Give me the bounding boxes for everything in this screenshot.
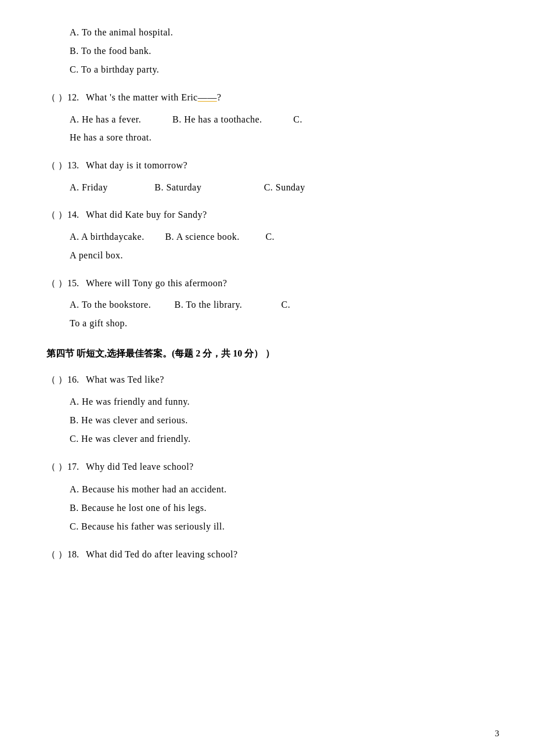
- question-15: （ ） 15. Where will Tony go this afermoon…: [46, 275, 499, 333]
- q15-paren: （ ）: [46, 275, 67, 292]
- q15-optB: B. To the library.: [175, 296, 282, 314]
- q13-line: （ ） 13. What day is it tomorrow?: [46, 157, 499, 174]
- q15-cont: To a gift shop.: [70, 314, 499, 333]
- q13-num: 13.: [67, 157, 86, 174]
- q14-optA: A. A birthdaycake.: [70, 228, 165, 246]
- q17-text: Why did Ted leave school?: [86, 459, 194, 476]
- question-18: （ ） 18. What did Ted do after leaving sc…: [46, 546, 499, 563]
- question-13: （ ） 13. What day is it tomorrow? A. Frid…: [46, 157, 499, 196]
- q16-line: （ ） 16. What was Ted like?: [46, 372, 499, 388]
- q13-paren: （ ）: [46, 157, 67, 174]
- q15-optA: A. To the bookstore.: [70, 296, 175, 314]
- q12-line: （ ） 12. What 's the matter with Eric——?: [46, 89, 499, 106]
- q16-optC: C. He was clever and friendly.: [70, 430, 499, 448]
- q12-paren: （ ）: [46, 89, 67, 106]
- question-16: （ ） 16. What was Ted like? A. He was fri…: [46, 372, 499, 449]
- q14-options-row: A. A birthdaycake. B. A science book. C.: [70, 228, 499, 246]
- q14-optB: B. A science book.: [165, 228, 265, 246]
- q14-cont: A pencil box.: [70, 246, 499, 265]
- q18-paren: （ ）: [46, 546, 67, 563]
- q16-optA: A. He was friendly and funny.: [70, 393, 499, 411]
- q13-optC: C. Sunday: [264, 179, 305, 196]
- q17-optB: B. Because he lost one of his legs.: [70, 499, 499, 517]
- q17-optA: A. Because his mother had an accident.: [70, 480, 499, 499]
- option-11c: C. To a birthday party.: [70, 60, 499, 79]
- q17-optC: C. Because his father was seriously ill.: [70, 517, 499, 536]
- exam-content: A. To the animal hospital. B. To the foo…: [46, 23, 499, 563]
- q18-num: 18.: [67, 546, 86, 563]
- q15-text: Where will Tony go this afermoon?: [86, 275, 227, 292]
- q13-optB: B. Saturday: [154, 179, 264, 196]
- q15-options-row: A. To the bookstore. B. To the library. …: [70, 296, 499, 314]
- q12-num: 12.: [67, 89, 86, 106]
- q15-line: （ ） 15. Where will Tony go this afermoon…: [46, 275, 499, 292]
- q18-text: What did Ted do after leaving school?: [86, 546, 238, 563]
- q13-optA: A. Friday: [70, 179, 154, 196]
- q17-paren: （ ）: [46, 459, 67, 476]
- q11-options: A. To the animal hospital. B. To the foo…: [46, 23, 499, 79]
- q18-line: （ ） 18. What did Ted do after leaving sc…: [46, 546, 499, 563]
- q16-paren: （ ）: [46, 372, 67, 388]
- q12-cont: He has a sore throat.: [70, 128, 499, 147]
- q16-optB: B. He was clever and serious.: [70, 411, 499, 430]
- question-12: （ ） 12. What 's the matter with Eric——? …: [46, 89, 499, 147]
- q12-underline: ——: [198, 92, 217, 102]
- q17-num: 17.: [67, 459, 86, 476]
- q12-options-row: A. He has a fever. B. He has a toothache…: [70, 111, 499, 128]
- question-17: （ ） 17. Why did Ted leave school? A. Bec…: [46, 459, 499, 536]
- q14-num: 14.: [67, 207, 86, 224]
- q13-text: What day is it tomorrow?: [86, 157, 187, 174]
- q15-optC: C.: [282, 296, 291, 314]
- q14-paren: （ ）: [46, 207, 67, 224]
- q15-num: 15.: [67, 275, 86, 292]
- q14-text: What did Kate buy for Sandy?: [86, 207, 207, 224]
- option-11b: B. To the food bank.: [70, 42, 499, 60]
- q14-line: （ ） 14. What did Kate buy for Sandy?: [46, 207, 499, 224]
- question-14: （ ） 14. What did Kate buy for Sandy? A. …: [46, 207, 499, 264]
- q12-optB: B. He has a toothache.: [172, 111, 293, 128]
- page-number: 3: [495, 729, 500, 739]
- q16-num: 16.: [67, 372, 86, 388]
- section4-header: 第四节 听短文,选择最佳答案。(每题 2 分，共 10 分） ）: [46, 345, 499, 362]
- q12-optC: C.: [293, 111, 302, 128]
- q12-optA: A. He has a fever.: [70, 111, 172, 128]
- q17-line: （ ） 17. Why did Ted leave school?: [46, 459, 499, 476]
- q14-optC: C.: [265, 228, 275, 246]
- q13-options-row: A. Friday B. Saturday C. Sunday: [70, 179, 499, 196]
- option-11a: A. To the animal hospital.: [70, 23, 499, 42]
- q12-text: What 's the matter with Eric——?: [86, 89, 221, 106]
- q16-text: What was Ted like?: [86, 372, 164, 388]
